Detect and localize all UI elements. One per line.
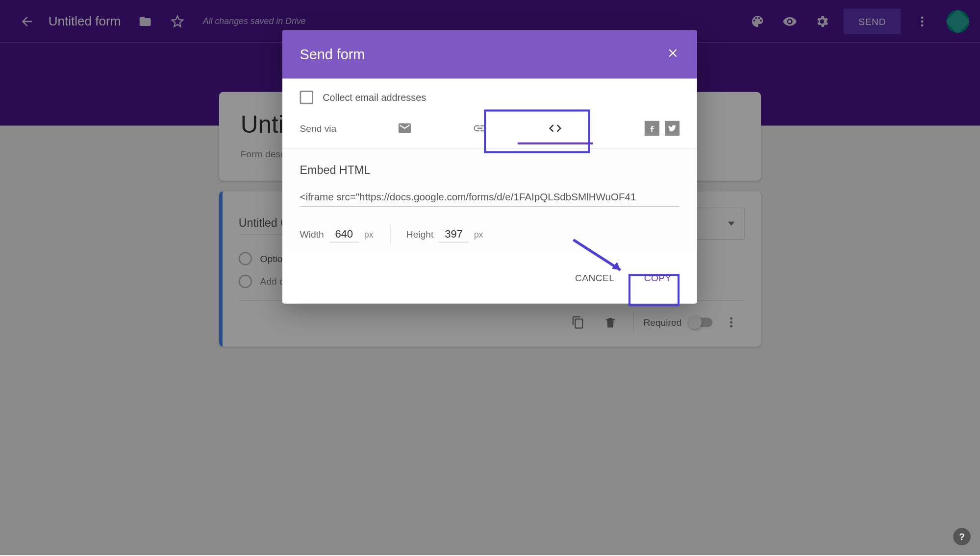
width-input[interactable] (329, 227, 359, 242)
divider (390, 224, 390, 244)
send-via-embed-tab[interactable] (518, 115, 593, 142)
facebook-share-icon[interactable] (645, 121, 659, 136)
dialog-header: Send form (282, 30, 697, 79)
close-icon[interactable] (666, 47, 679, 63)
px-label: px (474, 229, 483, 240)
send-via-link-tab[interactable] (442, 115, 518, 142)
px-label: px (364, 229, 374, 240)
height-input[interactable] (439, 227, 468, 242)
collect-email-row[interactable]: Collect email addresses (300, 91, 680, 104)
dialog-title: Send form (300, 47, 666, 63)
cancel-button[interactable]: CANCEL (567, 267, 623, 289)
help-icon[interactable]: ? (953, 528, 971, 546)
height-label: Height (406, 229, 433, 240)
copy-button[interactable]: COPY (636, 267, 679, 289)
embed-html-title: Embed HTML (300, 164, 680, 177)
twitter-share-icon[interactable] (665, 121, 679, 136)
checkbox-icon[interactable] (300, 91, 313, 104)
width-label: Width (300, 229, 324, 240)
embed-code-field[interactable]: <iframe src="https://docs.google.com/for… (300, 188, 680, 207)
send-via-label: Send via (300, 123, 367, 134)
send-form-dialog: Send form Collect email addresses Send v… (282, 30, 697, 304)
send-via-email-tab[interactable] (367, 115, 443, 142)
collect-email-label: Collect email addresses (323, 92, 426, 103)
send-via-tabs (367, 115, 645, 142)
